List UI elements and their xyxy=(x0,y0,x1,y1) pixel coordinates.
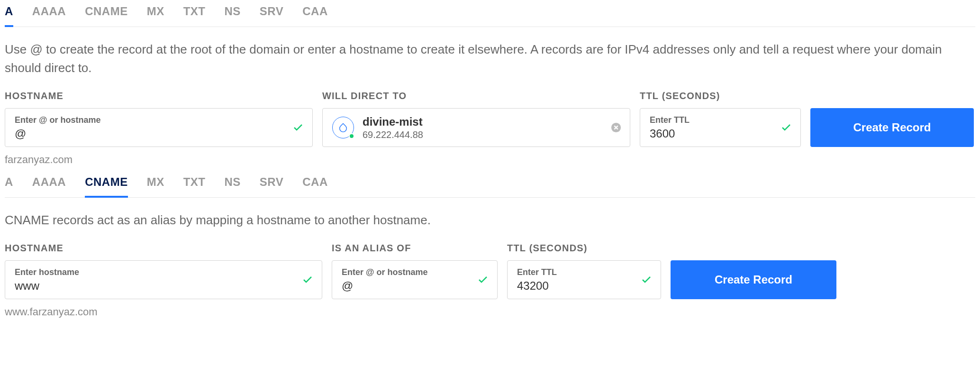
direct-to-label: WILL DIRECT TO xyxy=(322,91,630,101)
check-icon xyxy=(292,122,304,133)
tab-aaaa[interactable]: AAAA xyxy=(32,175,66,197)
tab-caa[interactable]: CAA xyxy=(302,175,328,197)
alias-input[interactable]: Enter @ or hostname @ xyxy=(332,260,498,299)
a-record-fields: HOSTNAME Enter @ or hostname @ WILL DIRE… xyxy=(5,91,975,147)
record-type-tabs-2: A AAAA CNAME MX TXT NS SRV CAA xyxy=(5,175,975,198)
tab-ns[interactable]: NS xyxy=(225,175,241,197)
ttl-value: 43200 xyxy=(517,279,637,293)
ttl-placeholder: Enter TTL xyxy=(650,115,777,125)
ttl-value: 3600 xyxy=(650,127,777,140)
ttl-label: TTL (SECONDS) xyxy=(640,91,801,101)
hostname-label: HOSTNAME xyxy=(5,91,313,101)
check-icon xyxy=(641,274,652,285)
resource-name: divine-mist xyxy=(363,115,423,128)
ttl-label: TTL (SECONDS) xyxy=(507,243,661,254)
hostname-field-group: HOSTNAME Enter @ or hostname @ xyxy=(5,91,313,147)
direct-to-input[interactable]: divine-mist 69.222.444.88 xyxy=(322,108,630,147)
cname-record-fields: HOSTNAME Enter hostname www IS AN ALIAS … xyxy=(5,243,975,299)
ttl-field-group: TTL (SECONDS) Enter TTL 3600 xyxy=(640,91,801,147)
tab-a[interactable]: A xyxy=(5,175,13,197)
hostname-value: www xyxy=(15,279,298,293)
record-description: Use @ to create the record at the root o… xyxy=(5,40,971,77)
alias-placeholder: Enter @ or hostname xyxy=(342,267,473,277)
hostname-helper: www.farzanyaz.com xyxy=(5,306,975,318)
tab-a[interactable]: A xyxy=(5,5,13,27)
cname-record-section: A AAAA CNAME MX TXT NS SRV CAA CNAME rec… xyxy=(5,175,975,318)
tab-txt[interactable]: TXT xyxy=(183,175,206,197)
tab-mx[interactable]: MX xyxy=(147,175,164,197)
check-icon xyxy=(477,274,489,285)
hostname-placeholder: Enter hostname xyxy=(15,267,298,277)
hostname-field-group: HOSTNAME Enter hostname www xyxy=(5,243,322,299)
check-icon xyxy=(302,274,313,285)
hostname-value: @ xyxy=(15,127,289,140)
ttl-placeholder: Enter TTL xyxy=(517,267,637,277)
hostname-placeholder: Enter @ or hostname xyxy=(15,115,289,125)
tab-ns[interactable]: NS xyxy=(225,5,241,27)
tab-caa[interactable]: CAA xyxy=(302,5,328,27)
ttl-field-group: TTL (SECONDS) Enter TTL 43200 xyxy=(507,243,661,299)
alias-value: @ xyxy=(342,279,473,293)
hostname-label: HOSTNAME xyxy=(5,243,322,254)
hostname-input[interactable]: Enter hostname www xyxy=(5,260,322,299)
record-description: CNAME records act as an alias by mapping… xyxy=(5,211,971,229)
record-type-tabs-1: A AAAA CNAME MX TXT NS SRV CAA xyxy=(5,5,975,27)
a-record-section: A AAAA CNAME MX TXT NS SRV CAA Use @ to … xyxy=(5,5,975,166)
clear-icon[interactable] xyxy=(611,122,621,133)
tab-mx[interactable]: MX xyxy=(147,5,164,27)
droplet-icon xyxy=(332,117,354,138)
ttl-input[interactable]: Enter TTL 3600 xyxy=(640,108,801,147)
tab-srv[interactable]: SRV xyxy=(260,5,283,27)
direct-to-field-group: WILL DIRECT TO divine-mist 69.222.444.88 xyxy=(322,91,630,147)
tab-srv[interactable]: SRV xyxy=(260,175,283,197)
alias-label: IS AN ALIAS OF xyxy=(332,243,498,254)
tab-cname[interactable]: CNAME xyxy=(85,175,128,197)
alias-field-group: IS AN ALIAS OF Enter @ or hostname @ xyxy=(332,243,498,299)
check-icon xyxy=(780,122,792,133)
create-record-button[interactable]: Create Record xyxy=(671,260,836,299)
ttl-input[interactable]: Enter TTL 43200 xyxy=(507,260,661,299)
tab-txt[interactable]: TXT xyxy=(183,5,206,27)
hostname-helper: farzanyaz.com xyxy=(5,154,975,166)
hostname-input[interactable]: Enter @ or hostname @ xyxy=(5,108,313,147)
create-record-button[interactable]: Create Record xyxy=(810,108,974,147)
resource-item: divine-mist 69.222.444.88 xyxy=(332,115,423,140)
tab-aaaa[interactable]: AAAA xyxy=(32,5,66,27)
status-dot-icon xyxy=(349,133,354,139)
tab-cname[interactable]: CNAME xyxy=(85,5,128,27)
resource-ip: 69.222.444.88 xyxy=(363,129,423,140)
